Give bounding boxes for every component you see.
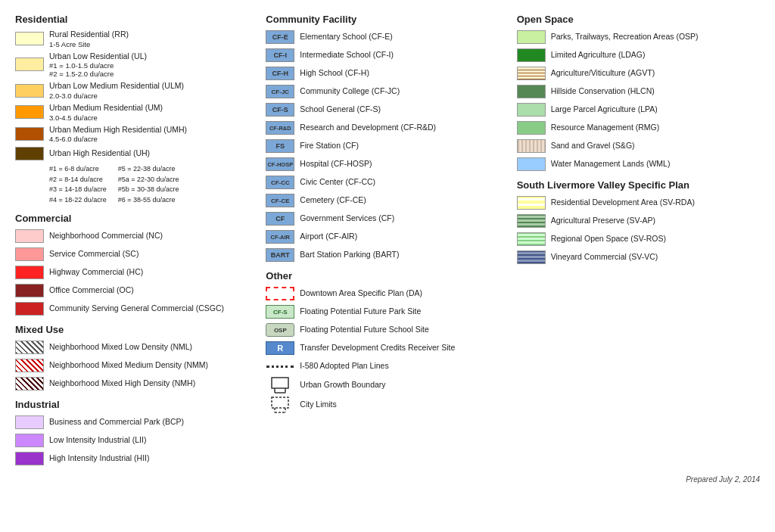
badge-cfce: CF-CE [266,194,294,207]
label-rr: Rural Residential (RR) [49,30,129,40]
note-ulm: 2.0-3.0 du/acre [49,92,184,100]
label-cfs: School General (CF-S) [300,104,381,115]
label-fs: Fire Station (CF) [300,141,359,151]
list-item: CF Government Services (CF) [266,211,509,226]
badge-cf: CF [266,212,294,226]
label-svap: Agricultural Preserve (SV-AP) [551,216,655,226]
label-hlcn: Hillside Conservation (HLCN) [551,86,655,97]
right-column: Open Space Parks, Trailways, Recreation … [517,14,760,469]
badge-cfh: CF-H [266,67,294,80]
badge-fs: FS [266,139,294,153]
label-cf: Government Services (CF) [300,213,394,224]
list-item: Sand and Gravel (S&G) [517,138,760,154]
swatch-ul [15,58,44,71]
swatch-ulm [15,84,44,98]
badge-cfrnd: CF-R&D [266,121,294,135]
list-item: Low Intensity Industrial (LII) [15,433,258,448]
note-rr: 1-5 Acre Site [49,40,129,48]
other-title: Other [266,270,509,282]
swatch-hii [15,452,44,465]
uh-sub-notes: #1 = 6-8 du/acre#2 = 8-14 du/acre#3 = 14… [49,164,258,205]
label-bart: Bart Station Parking (BART) [300,250,399,260]
swatch-bcp [15,415,44,429]
swatch-svap [517,214,546,228]
list-item: Agriculture/Viticulture (AGVT) [517,66,760,81]
list-item: Neighborhood Mixed Low Density (NML) [15,340,258,355]
swatch-nmh [15,377,44,390]
list-item: FS Fire Station (CF) [266,138,509,154]
list-item: Hillside Conservation (HLCN) [517,84,760,99]
list-item: Neighborhood Mixed Medium Density (NMM) [15,358,258,373]
label-cfair: Airport (CF-AIR) [300,232,357,242]
label-cfce: Cemetery (CF-CE) [300,195,366,206]
swatch-lii [15,434,44,447]
ugb-icon [270,377,290,394]
label-oc: Office Commercial (OC) [49,285,134,296]
list-item: Urban Growth Boundary [266,377,509,394]
badge-cfs-green: CF-S [266,305,294,319]
list-item: Rural Residential (RR) 1-5 Acre Site [15,30,258,48]
label-umh: Urban Medium High Residential (UMH) [49,125,187,135]
badge-cfi: CF-I [266,48,294,62]
label-ldag: Limited Agriculture (LDAG) [551,50,646,61]
swatch-lpa [517,103,546,117]
list-item: Office Commercial (OC) [15,283,258,298]
list-item: Urban Medium Residential (UM) 3.0-4.5 du… [15,103,258,122]
list-item: R Transfer Development Credits Receiver … [266,341,509,356]
label-lii: Low Intensity Industrial (LII) [49,435,146,446]
label-hii: High Intensity Industrial (HII) [49,453,149,464]
swatch-agvt [517,67,546,80]
label-rmg: Resource Management (RMG) [551,123,660,133]
swatch-um [15,105,44,119]
list-item: CF-CC Civic Center (CF-CC) [266,175,509,190]
swatch-da [266,287,294,300]
swatch-svrda [517,196,546,210]
community-facility-title: Community Facility [266,14,509,25]
label-wml: Water Management Lands (WML) [551,159,671,170]
list-item: CF-I Intermediate School (CF-I) [266,48,509,63]
swatch-hc [15,266,44,279]
label-i580: I-580 Adopted Plan Lines [300,361,388,372]
list-item: Neighborhood Commercial (NC) [15,229,258,244]
residential-title: Residential [15,14,258,25]
uh-notes-col1: #1 = 6-8 du/acre#2 = 8-14 du/acre#3 = 14… [49,164,107,205]
list-item: Resource Management (RMG) [517,120,760,135]
swatch-csgc [15,302,44,316]
label-osp-floating: Floating Potential Future School Site [300,325,428,335]
south-livermore-title: South Livermore Valley Specific Plan [517,179,760,191]
label-cl: City Limits [300,400,336,410]
list-item: Large Parcel Agriculture (LPA) [517,102,760,117]
label-ugb: Urban Growth Boundary [300,380,385,390]
badge-cfair: CF-AIR [266,230,294,244]
list-item: Urban High Residential (UH) [15,146,258,161]
industrial-title: Industrial [15,399,258,410]
list-item: Vineyard Commercial (SV-VC) [517,250,760,265]
list-item: Water Management Lands (WML) [517,157,760,172]
cl-icon [270,397,290,413]
label-agvt: Agriculture/Viticulture (AGVT) [551,68,655,79]
badge-cfjc: CF-JC [266,85,294,98]
list-item: High Intensity Industrial (HII) [15,451,258,466]
swatch-umh [15,127,44,141]
label-cfs-floating: Floating Potential Future Park Site [300,306,421,317]
label-ulm: Urban Low Medium Residential (ULM) [49,81,184,92]
icon-cl [266,397,294,413]
label-uh: Urban High Residential (UH) [49,148,150,159]
list-item: Regional Open Space (SV-ROS) [517,232,760,247]
icon-i580 [266,359,294,373]
swatch-svvc [517,250,546,264]
list-item: Neighborhood Mixed High Density (NMH) [15,376,258,391]
label-cfh: High School (CF-H) [300,68,369,79]
prepared-date: Prepared July 2, 2014 [15,475,760,484]
label-cfrnd: Research and Development (CF-R&D) [300,123,436,133]
label-sng: Sand and Gravel (S&G) [551,141,635,151]
list-item: Highway Commercial (HC) [15,265,258,280]
swatch-nml [15,341,44,354]
swatch-wml [517,157,546,171]
label-sc: Service Commercial (SC) [49,249,139,260]
note-um: 3.0-4.5 du/acre [49,114,163,122]
label-osp: Parks, Trailways, Recreation Areas (OSP) [551,32,699,42]
list-item: Urban Low Residential (UL) #1 = 1.0-1.5 … [15,51,258,79]
badge-cfhosp: CF-HOSP [266,157,294,171]
label-csgc: Community Serving General Commercial (CS… [49,303,224,314]
